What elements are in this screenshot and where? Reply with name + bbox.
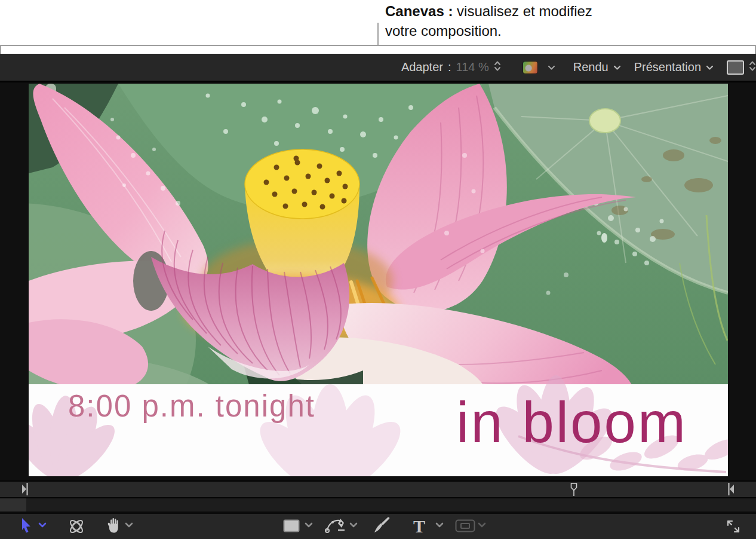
annotation-desc: visualisez et modifiez [453,3,592,19]
text-tool-menu-chevron-icon[interactable] [435,522,444,528]
display-swatch-icon[interactable] [727,60,744,75]
color-menu-chevron-icon[interactable] [548,62,555,73]
color-gradient-swatch-icon[interactable] [523,61,538,74]
playhead-marker-icon[interactable] [570,482,578,499]
canvas-viewer: 8:00 p.m. tonight in bloom [0,82,756,477]
composition-canvas[interactable]: 8:00 p.m. tonight in bloom [29,84,728,476]
rectangle-tool-button[interactable] [283,519,300,532]
window-outline-bracket [0,45,756,54]
color-channel-control[interactable] [523,61,555,74]
canvas-title-text[interactable]: in bloom [456,390,687,455]
paintbrush-icon [373,517,392,535]
mini-timeline[interactable] [0,480,756,498]
presentation-menu[interactable]: Présentation [634,60,714,74]
pen-nib-curve-icon [324,517,347,535]
timeline-lower-strip [0,498,756,512]
bezier-tool-menu-chevron-icon[interactable] [349,522,358,528]
play-range-out-marker-icon[interactable] [727,482,735,498]
motion-canvas-window: Adapter : 114 % Rendu [0,54,756,539]
pan-tool-menu-chevron-icon[interactable] [124,522,134,528]
render-menu[interactable]: Rendu [573,60,621,74]
canvas-toolbar: Adapter : 114 % Rendu [0,54,756,82]
annotation-text: Canevas : visualisez et modifiez votre c… [385,1,592,41]
diagonal-resize-arrows-icon [726,519,741,534]
pan-tool-button[interactable] [106,517,121,534]
tools-toolbar: T [0,514,756,539]
mask-tool-menu-chevron-icon[interactable] [477,522,487,528]
text-tool-glyph: T [413,517,425,535]
play-range-in-marker-icon[interactable] [21,482,29,498]
select-transform-tool-button[interactable] [20,517,33,534]
3d-orbit-icon [67,517,85,535]
screenshot-root: Canevas : visualisez et modifiez votre c… [0,0,756,539]
annotation-term: Canevas : [385,3,453,19]
timeline-lower-strip-left [0,498,26,512]
zoom-separator: : [448,60,451,74]
presentation-menu-chevron-icon[interactable] [706,62,714,73]
annotation-line2: votre composition. [385,21,592,41]
expand-canvas-button[interactable] [726,519,741,534]
rectangle-icon [283,519,300,532]
display-options-control[interactable] [727,60,756,75]
zoom-level-control[interactable]: Adapter : 114 % [401,60,501,74]
annotation-line1: Canevas : visualisez et modifiez [385,1,592,21]
mask-tool-button[interactable] [455,519,475,532]
zoom-value[interactable]: 114 % [456,60,489,74]
rounded-rect-mask-icon [455,519,475,532]
paint-stroke-tool-button[interactable] [373,517,392,535]
render-menu-label[interactable]: Rendu [573,60,609,74]
render-menu-chevron-icon[interactable] [613,62,621,73]
callout-line [377,23,379,45]
arrow-cursor-icon [20,517,33,534]
display-stepper-icon[interactable] [749,60,756,74]
canvas-time-text[interactable]: 8:00 p.m. tonight [68,388,315,424]
rectangle-tool-menu-chevron-icon[interactable] [304,522,314,528]
transform-3d-tool-button[interactable] [67,517,85,535]
hand-icon [106,517,121,534]
select-tool-menu-chevron-icon[interactable] [38,522,47,528]
text-tool-button[interactable]: T [413,517,425,535]
presentation-menu-label[interactable]: Présentation [634,60,701,74]
bezier-tool-button[interactable] [324,517,347,535]
zoom-stepper-icon[interactable] [494,60,501,74]
zoom-mode-label[interactable]: Adapter [401,60,443,74]
